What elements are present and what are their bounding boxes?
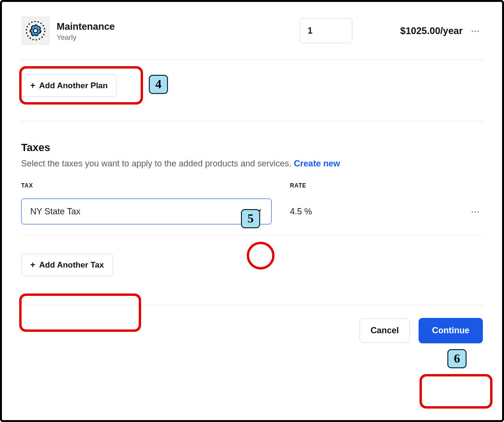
tax-select[interactable]: NY State Tax [21,199,272,224]
cancel-button[interactable]: Cancel [360,318,410,343]
tax-rate-value: 4.5 % [272,207,312,217]
plan-quantity-input[interactable]: 1 [300,18,352,43]
add-plan-section: + Add Another Plan [21,60,483,121]
plan-price: $1025.00/year [367,25,463,36]
add-another-plan-button[interactable]: + Add Another Plan [21,74,117,97]
plan-more-button[interactable]: ⋯ [468,25,483,36]
tax-select-value: NY State Tax [30,207,80,217]
plan-text: Maintenance Yearly [57,21,115,41]
svg-point-1 [34,29,38,33]
taxes-description: Select the taxes you want to apply to th… [21,159,483,169]
tax-row: NY State Tax 4.5 % ⋯ [21,199,483,235]
plus-icon: + [30,81,36,91]
plan-subtitle: Yearly [57,33,115,41]
annotation-ring-continue [420,374,492,409]
plus-icon: + [30,260,36,270]
add-another-tax-button[interactable]: + Add Another Tax [21,254,113,276]
chevron-down-icon [254,207,263,217]
add-tax-section: + Add Another Tax [21,235,483,295]
plan-quantity-value: 1 [308,26,312,36]
add-tax-label: Add Another Tax [39,260,104,270]
content-inner: Maintenance Yearly 1 $1025.00/year ⋯ + A… [2,2,502,358]
add-plan-label: Add Another Plan [39,81,108,91]
taxes-description-text: Select the taxes you want to apply to th… [21,159,294,168]
create-new-tax-link[interactable]: Create new [294,159,340,168]
footer: Cancel Continue [21,305,483,348]
app-frame: Maintenance Yearly 1 $1025.00/year ⋯ + A… [0,0,504,422]
plan-row: Maintenance Yearly 1 $1025.00/year ⋯ [21,12,483,59]
taxes-heading: Taxes [21,141,483,154]
tax-table-headers: TAX RATE [21,182,483,189]
continue-button[interactable]: Continue [419,318,483,343]
taxes-section: Taxes Select the taxes you want to apply… [21,121,483,305]
plan-icon-wrap [21,16,50,45]
tax-header-rate: RATE [280,182,483,189]
plan-title: Maintenance [57,21,115,32]
gear-icon [24,20,47,42]
tax-header-tax: TAX [21,182,280,189]
tax-row-more-button[interactable]: ⋯ [471,206,483,217]
